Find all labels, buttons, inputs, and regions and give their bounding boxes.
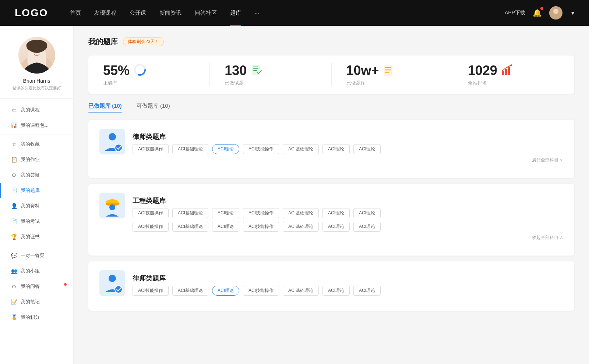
tag-2-0[interactable]: ACI技能操作 — [133, 286, 169, 296]
nav-open[interactable]: 公开课 — [130, 10, 146, 17]
sidebar-item-homework[interactable]: 📋 我的作业 — [0, 152, 73, 167]
avatar — [18, 37, 55, 74]
person-icon: 👤 — [11, 203, 17, 209]
tag-0-0[interactable]: ACI技能操作 — [133, 144, 169, 154]
stat-done-value: 130 — [225, 63, 247, 78]
tag-1-6[interactable]: ACI理论 — [353, 208, 381, 218]
svg-rect-10 — [253, 67, 258, 67]
stat-accuracy: 55% 正确率 — [88, 63, 210, 86]
collapse-button-1[interactable]: 收起全部科目 ∧ — [133, 235, 563, 241]
stat-done-questions: 130 已做试题 — [210, 63, 331, 86]
qbank-engineer-icon — [99, 193, 125, 218]
qbank-lawyer-icon-0 — [99, 129, 125, 154]
user-avatar[interactable] — [549, 6, 562, 19]
qa-icon: ⊙ — [11, 283, 17, 289]
profile-name: Brian Harris — [23, 78, 50, 84]
tag-2-5[interactable]: ACI理论 — [322, 286, 350, 296]
sidebar-item-group[interactable]: 👥 我的小组 — [0, 263, 73, 279]
tag-1-1[interactable]: ACI基础理论 — [172, 208, 208, 218]
tag-0-2[interactable]: ACI理论 — [212, 144, 239, 154]
nav-courses[interactable]: 发现课程 — [94, 10, 116, 17]
stat-rank-label: 全站排名 — [468, 80, 487, 86]
tab-done-banks[interactable]: 已做题库 (10) — [88, 103, 122, 113]
sidebar-item-profile[interactable]: 👤 我的资料 — [0, 198, 73, 214]
notification-badge — [540, 7, 543, 10]
tag-1-extra-2[interactable]: ACI理论 — [212, 222, 239, 232]
tag-0-3[interactable]: ACI技能操作 — [243, 144, 279, 154]
tag-0-5[interactable]: ACI理论 — [322, 144, 350, 154]
qa-notification-dot — [64, 283, 67, 286]
tags-row-2: ACI技能操作 ACI基础理论 ACI理论 ACI技能操作 ACI基础理论 AC… — [133, 286, 563, 296]
tag-1-extra-3[interactable]: ACI技能操作 — [243, 222, 279, 232]
stat-banks-value: 10w+ — [346, 63, 379, 78]
sidebar-item-tutoring[interactable]: 💬 一对一答疑 — [0, 248, 73, 263]
tag-1-extra-1[interactable]: ACI基础理论 — [172, 222, 208, 232]
svg-rect-12 — [253, 70, 257, 71]
tag-2-3[interactable]: ACI技能操作 — [243, 286, 279, 296]
stat-rank-value-row: 1029 — [468, 63, 513, 78]
sidebar-item-notes[interactable]: 📝 我的笔记 — [0, 294, 73, 310]
sidebar-item-points[interactable]: 🏅 我的积分 — [0, 310, 73, 325]
nav-home[interactable]: 首页 — [70, 10, 81, 17]
sidebar-menu: ▭ 我的课程 📊 我的课程包... ☆ 我的收藏 📋 我的作业 ⊙ 我的答疑 📑 — [0, 99, 73, 329]
sidebar-item-questions[interactable]: ⊙ 我的答疑 — [0, 167, 73, 183]
tag-1-5[interactable]: ACI理论 — [322, 208, 350, 218]
stat-rank: 1029 全站排名 — [453, 63, 574, 86]
stat-banks-label: 已做题库 — [346, 80, 366, 86]
qbank-title-0: 律师类题库 — [133, 132, 563, 141]
nav-news[interactable]: 新闻资讯 — [159, 10, 181, 17]
tag-0-6[interactable]: ACI理论 — [353, 144, 381, 154]
svg-point-1 — [553, 9, 558, 14]
exam-icon: 📄 — [11, 218, 17, 224]
sidebar-item-coursepack[interactable]: 📊 我的课程包... — [0, 118, 73, 133]
sidebar-item-qbank[interactable]: 📑 我的题库 — [0, 183, 73, 198]
tag-1-2[interactable]: ACI理论 — [212, 208, 239, 218]
sidebar-item-mycourses[interactable]: ▭ 我的课程 — [0, 102, 73, 118]
main-layout: Brian Harris 错误的决定比没有决定要好 ▭ 我的课程 📊 我的课程包… — [0, 26, 589, 364]
qbank-lawyer-icon-2 — [99, 270, 125, 296]
tag-1-extra-0[interactable]: ACI技能操作 — [133, 222, 169, 232]
qbank-card-1: 工程类题库 ACI技能操作 ACI基础理论 ACI理论 ACI技能操作 ACI基… — [88, 184, 574, 256]
tag-1-4[interactable]: ACI基础理论 — [283, 208, 319, 218]
nav-qbank[interactable]: 题库 — [230, 10, 241, 17]
bar-chart-icon: 📊 — [11, 122, 17, 128]
logo[interactable]: LOGO — [15, 7, 48, 19]
nav-qa[interactable]: 问答社区 — [195, 10, 217, 17]
sidebar-item-certificate[interactable]: 🏆 我的证书 — [0, 229, 73, 245]
stat-accuracy-icon — [133, 63, 147, 78]
svg-rect-18 — [502, 71, 504, 75]
tag-2-1[interactable]: ACI基础理论 — [172, 286, 208, 296]
qbank-title-1: 工程类题库 — [133, 196, 563, 205]
group-icon: 👥 — [11, 268, 17, 274]
app-download[interactable]: APP下载 — [505, 10, 525, 16]
page-title: 我的题库 — [88, 37, 118, 47]
notification-bell-icon[interactable]: 🔔 — [533, 8, 542, 17]
tag-1-0[interactable]: ACI技能操作 — [133, 208, 169, 218]
tag-1-extra-6[interactable]: ACI理论 — [353, 222, 381, 232]
tag-1-extra-5[interactable]: ACI理论 — [322, 222, 350, 232]
navbar: LOGO 首页 发现课程 公开课 新闻资讯 问答社区 题库 ··· APP下载 … — [0, 0, 589, 26]
sidebar-item-myqa[interactable]: ⊙ 我的问答 — [0, 279, 73, 294]
tag-2-2[interactable]: ACI理论 — [212, 286, 239, 296]
tag-1-extra-4[interactable]: ACI基础理论 — [283, 222, 319, 232]
tag-1-3[interactable]: ACI技能操作 — [243, 208, 279, 218]
tab-available-banks[interactable]: 可做题库 (10) — [137, 103, 170, 113]
nav-more[interactable]: ··· — [254, 10, 259, 17]
user-dropdown-arrow[interactable]: ▾ — [571, 10, 574, 17]
expand-button-0[interactable]: 展开全部科目 ∨ — [133, 157, 563, 163]
clipboard-icon: 📋 — [11, 157, 17, 163]
tag-0-1[interactable]: ACI基础理论 — [172, 144, 208, 154]
sidebar-item-favorites[interactable]: ☆ 我的收藏 — [0, 136, 73, 152]
qbank-info-1: 工程类题库 ACI技能操作 ACI基础理论 ACI理论 ACI技能操作 ACI基… — [133, 193, 563, 241]
divider-1 — [0, 135, 73, 135]
star-icon: ☆ — [11, 141, 17, 147]
sidebar-item-exam[interactable]: 📄 我的考试 — [0, 214, 73, 229]
points-icon: 🏅 — [11, 314, 17, 320]
tag-0-4[interactable]: ACI基础理论 — [283, 144, 319, 154]
tag-2-6[interactable]: ACI理论 — [353, 286, 381, 296]
stat-banks-value-row: 10w+ — [346, 63, 395, 78]
stat-done-value-row: 130 — [225, 63, 262, 78]
svg-rect-14 — [385, 67, 391, 68]
tag-2-4[interactable]: ACI基础理论 — [283, 286, 319, 296]
nav-links: 首页 发现课程 公开课 新闻资讯 问答社区 题库 ··· — [70, 10, 505, 17]
